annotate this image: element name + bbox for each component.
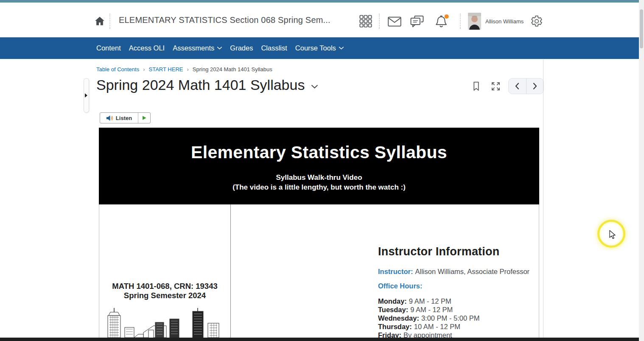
breadcrumb: Table of Contents › START HERE › Spring … bbox=[96, 66, 272, 73]
office-hours-row: Friday:By appointment bbox=[378, 331, 479, 338]
fullscreen-icon bbox=[491, 81, 501, 91]
messages-button[interactable] bbox=[388, 17, 401, 30]
mail-icon bbox=[388, 17, 401, 27]
minibar-header: ELEMENTARY STATISTICS Section 068 Spring… bbox=[0, 3, 639, 37]
breadcrumb-table-of-contents[interactable]: Table of Contents bbox=[96, 66, 139, 73]
chevron-down-icon bbox=[339, 47, 344, 50]
gear-icon bbox=[530, 15, 543, 28]
nav-content[interactable]: Content bbox=[96, 44, 121, 52]
home-button[interactable] bbox=[94, 15, 106, 27]
chevron-right-icon bbox=[85, 93, 87, 98]
instructor-info-cell: Instructor Information Instructor:Alliso… bbox=[231, 204, 539, 338]
banner-video-link[interactable]: Syllabus Walk-thru Video bbox=[99, 173, 539, 182]
course-code: MATH 1401-068, CRN: 19343 Spring Semeste… bbox=[99, 282, 230, 300]
mouse-cursor bbox=[608, 230, 617, 239]
office-hours-row: Monday:9 AM - 12 PM bbox=[378, 297, 479, 305]
speaker-icon bbox=[106, 115, 113, 121]
course-code-line2: Spring Semester 2024 bbox=[99, 291, 230, 300]
nav-grades[interactable]: Grades bbox=[230, 44, 253, 52]
banner-title: Elementary Statistics Syllabus bbox=[99, 128, 539, 162]
settings-button[interactable] bbox=[530, 15, 544, 28]
listen-play-button[interactable] bbox=[138, 115, 150, 120]
notification-dot bbox=[445, 14, 449, 19]
apps-grid-icon bbox=[359, 15, 372, 28]
header-divider bbox=[379, 14, 380, 29]
pager bbox=[508, 78, 544, 94]
city-skyline-image bbox=[103, 308, 227, 338]
vertical-scrollbar[interactable] bbox=[639, 0, 644, 341]
chat-icon bbox=[410, 15, 424, 28]
home-icon bbox=[94, 15, 106, 27]
notifications-button[interactable] bbox=[434, 14, 448, 28]
chevron-down-icon bbox=[311, 85, 318, 89]
section-heading: Instructor Information bbox=[378, 245, 499, 258]
nav-access-oli[interactable]: Access OLI bbox=[129, 44, 165, 52]
nav-course-tools[interactable]: Course Tools bbox=[295, 44, 344, 52]
next-page-button[interactable] bbox=[526, 78, 544, 94]
header-divider bbox=[109, 14, 110, 29]
instructor-label: Instructor: bbox=[378, 268, 413, 275]
breadcrumb-start-here[interactable]: START HERE bbox=[149, 66, 183, 73]
discussions-button[interactable] bbox=[410, 15, 423, 28]
nav-assessments[interactable]: Assessments bbox=[173, 44, 222, 52]
office-hours-label: Office Hours: bbox=[378, 282, 423, 290]
office-hours-row: Wednesday:3:00 PM - 5:00 PM bbox=[378, 314, 479, 322]
listen-main[interactable]: Listen bbox=[100, 115, 138, 121]
fullscreen-button[interactable] bbox=[488, 78, 503, 94]
readspeaker-listen-button[interactable]: Listen bbox=[100, 112, 151, 123]
play-icon bbox=[142, 115, 147, 120]
course-navbar: Content Access OLI Assessments Grades Cl… bbox=[0, 37, 644, 59]
previous-page-button[interactable] bbox=[509, 78, 526, 94]
page-title-dropdown[interactable]: Spring 2024 Math 1401 Syllabus bbox=[96, 77, 318, 93]
bottom-edge-bar bbox=[0, 338, 644, 341]
page: ELEMENTARY STATISTICS Section 068 Spring… bbox=[0, 0, 644, 341]
syllabus-banner: Elementary Statistics Syllabus Syllabus … bbox=[99, 128, 539, 204]
avatar-photo bbox=[468, 13, 481, 30]
scrollbar-thumb[interactable] bbox=[640, 9, 643, 48]
chevron-down-icon bbox=[217, 47, 222, 50]
instructor-value: Allison Williams, Associate Professor bbox=[415, 268, 530, 275]
course-info-cell: MATH 1401-068, CRN: 19343 Spring Semeste… bbox=[99, 204, 231, 338]
chevron-right-icon bbox=[533, 83, 537, 89]
avatar[interactable] bbox=[468, 13, 481, 30]
breadcrumb-separator: › bbox=[187, 66, 188, 73]
course-code-line1: MATH 1401-068, CRN: 19343 bbox=[99, 282, 230, 291]
office-hours-list: Monday:9 AM - 12 PM Tuesday:9 AM - 12 PM… bbox=[378, 297, 479, 338]
banner-video-note: (The video is a little lengthy, but wort… bbox=[99, 183, 539, 192]
user-name[interactable]: Allison Williams bbox=[485, 18, 524, 25]
apps-grid-button[interactable] bbox=[359, 15, 373, 28]
bookmark-icon bbox=[473, 81, 479, 91]
bell-icon bbox=[434, 14, 450, 28]
content-pane-border bbox=[543, 59, 543, 338]
breadcrumb-separator: › bbox=[143, 66, 145, 73]
breadcrumb-current: Spring 2024 Math 1401 Syllabus bbox=[193, 66, 272, 73]
bookmark-button[interactable] bbox=[468, 78, 484, 94]
page-title: Spring 2024 Math 1401 Syllabus bbox=[96, 77, 305, 93]
toc-panel-expand-handle[interactable] bbox=[84, 78, 89, 113]
chevron-left-icon bbox=[515, 83, 519, 89]
office-hours-row: Thursday:10 AM - 12 PM bbox=[378, 322, 479, 331]
office-hours-row: Tuesday:9 AM - 12 PM bbox=[378, 305, 479, 314]
header-divider bbox=[460, 14, 461, 29]
syllabus-table: MATH 1401-068, CRN: 19343 Spring Semeste… bbox=[99, 204, 539, 338]
nav-classlist[interactable]: Classlist bbox=[261, 44, 287, 52]
instructor-line: Instructor:Allison Williams, Associate P… bbox=[378, 268, 529, 276]
listen-label: Listen bbox=[116, 115, 132, 121]
course-title[interactable]: ELEMENTARY STATISTICS Section 068 Spring… bbox=[119, 15, 330, 25]
